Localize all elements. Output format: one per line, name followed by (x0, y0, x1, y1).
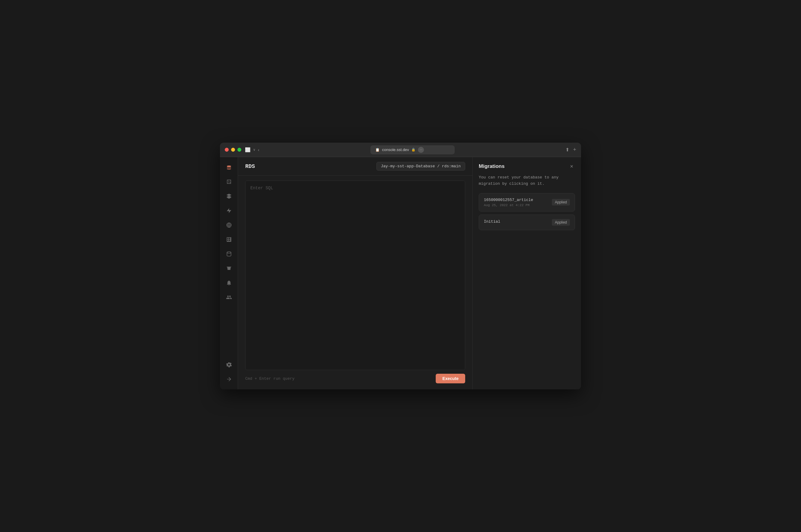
sidebar-item-alerts[interactable] (222, 276, 235, 289)
migration-item-2[interactable]: Initial Applied (479, 214, 575, 230)
bell-icon (226, 280, 232, 286)
migrations-description: You can reset your database to any migra… (479, 174, 575, 187)
stacks-icon (226, 193, 232, 199)
sidebar-toggle-icon[interactable]: ⬜ (245, 147, 251, 153)
sql-placeholder: Enter SQL (250, 186, 460, 190)
main-area: RDS Jay-my-sst-app-Database / rds:main E… (238, 157, 473, 390)
migration-info-2: Initial (484, 220, 500, 225)
migration-name-1: 1650000012557_article (484, 198, 533, 202)
sql-editor[interactable]: Enter SQL (245, 180, 465, 370)
settings-icon (226, 362, 232, 368)
migrations-panel: Migrations × You can reset your database… (473, 157, 581, 390)
sidebar-bottom (222, 358, 235, 386)
migration-date-1: Aug 25, 2022 at 4:22 PM (484, 204, 533, 207)
titlebar-right: ⬆ + (566, 147, 576, 153)
minimize-traffic-light[interactable] (231, 148, 235, 152)
titlebar: ⬜ ∨ ‹ 📋 console.sst.dev 🔒 ··· ⬆ + (220, 142, 581, 157)
maximize-traffic-light[interactable] (237, 148, 241, 152)
sql-editor-area: Enter SQL Cmd + Enter run query Execute (238, 176, 472, 390)
share-icon[interactable]: ⬆ (566, 147, 569, 153)
address-bar-menu[interactable]: ··· (418, 147, 424, 153)
close-migrations-button[interactable]: × (568, 163, 575, 170)
cylinder-icon (226, 251, 232, 257)
migrations-header: Migrations × (479, 163, 575, 170)
app-body: RDS Jay-my-sst-app-Database / rds:main E… (220, 157, 581, 390)
sidebar-item-users[interactable] (222, 291, 235, 304)
sidebar-item-rds2[interactable] (222, 247, 235, 261)
sidebar-item-functions[interactable] (222, 204, 235, 217)
sidebar-item-rds[interactable] (222, 161, 235, 174)
new-tab-icon[interactable]: + (573, 147, 576, 153)
bucket-icon (226, 265, 232, 271)
sql-hint: Cmd + Enter run query (245, 376, 294, 381)
page-icon: 📋 (375, 148, 380, 152)
arrow-right-icon (226, 376, 232, 382)
users-icon (226, 294, 232, 300)
migration-info-1: 1650000012557_article Aug 25, 2022 at 4:… (484, 198, 533, 207)
database-icon (226, 164, 232, 170)
migration-status-2: Applied (552, 219, 570, 226)
sidebar-item-terminal[interactable] (222, 175, 235, 188)
migration-item-1[interactable]: 1650000012557_article Aug 25, 2022 at 4:… (479, 193, 575, 211)
sql-toolbar: Cmd + Enter run query Execute (245, 370, 465, 384)
lightning-icon (226, 208, 232, 214)
browser-window: ⬜ ∨ ‹ 📋 console.sst.dev 🔒 ··· ⬆ + (220, 142, 581, 390)
sidebar-item-dynamo[interactable] (222, 233, 235, 246)
traffic-lights (225, 148, 241, 152)
sidebar (220, 157, 238, 390)
page-title: RDS (245, 164, 255, 169)
titlebar-controls: ⬜ ∨ ‹ (245, 147, 260, 153)
main-header: RDS Jay-my-sst-app-Database / rds:main (238, 157, 472, 176)
sidebar-item-settings[interactable] (222, 358, 235, 371)
svg-point-1 (227, 252, 231, 253)
titlebar-center: 📋 console.sst.dev 🔒 ··· (263, 145, 562, 154)
chevron-down-icon[interactable]: ∨ (253, 148, 255, 152)
close-traffic-light[interactable] (225, 148, 229, 152)
url-text: console.sst.dev (382, 148, 409, 152)
db-selector[interactable]: Jay-my-sst-app-Database / rds:main (377, 162, 465, 171)
sidebar-item-collapse[interactable] (222, 373, 235, 386)
migration-name-2: Initial (484, 220, 500, 224)
execute-button[interactable]: Execute (436, 374, 465, 383)
address-bar[interactable]: 📋 console.sst.dev 🔒 ··· (370, 145, 455, 154)
sidebar-item-graphql[interactable] (222, 218, 235, 232)
migrations-title: Migrations (479, 164, 504, 169)
globe-icon (226, 222, 232, 228)
sidebar-top (222, 161, 235, 358)
migration-status-1: Applied (552, 199, 570, 206)
terminal-icon (226, 179, 232, 185)
sidebar-item-buckets[interactable] (222, 262, 235, 275)
sidebar-item-stacks[interactable] (222, 190, 235, 203)
back-icon[interactable]: ‹ (258, 147, 260, 152)
lock-icon: 🔒 (411, 148, 416, 152)
table-icon (226, 236, 232, 243)
